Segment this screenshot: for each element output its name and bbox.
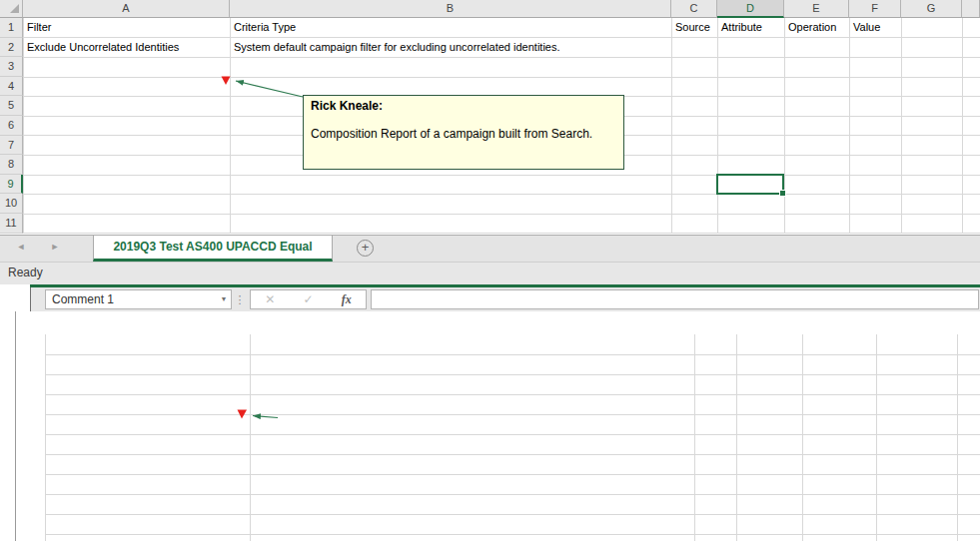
column-header-c[interactable]: C bbox=[671, 0, 717, 18]
name-box-input[interactable]: Comment 1 bbox=[45, 289, 232, 309]
new-sheet-button[interactable]: + bbox=[357, 240, 374, 257]
select-all-triangle-icon bbox=[10, 4, 19, 13]
cell-c1[interactable]: Source bbox=[671, 18, 717, 38]
row-header-8[interactable]: 8 bbox=[0, 155, 23, 175]
top-worksheet-grid-area[interactable]: A B C D E F G 1 2 3 4 5 6 7 8 9 10 11 Fi… bbox=[0, 0, 980, 234]
enter-icon[interactable]: ✓ bbox=[289, 290, 327, 308]
status-bar: Ready bbox=[0, 262, 980, 284]
tab-scroll-right-button[interactable]: ► bbox=[48, 242, 62, 252]
column-header-b[interactable]: B bbox=[230, 0, 671, 18]
row-header-3[interactable]: 3 bbox=[0, 57, 23, 77]
column-header-partial[interactable] bbox=[962, 0, 980, 18]
comment-author: Rick Kneale: bbox=[311, 99, 616, 114]
sheet-tab-strip: ◄ ► 2019Q3 Test AS400 UPACCD Equal + bbox=[0, 235, 980, 262]
row-header-7[interactable]: 7 bbox=[0, 136, 23, 156]
row-header-1[interactable]: 1 bbox=[0, 18, 23, 38]
cell-f1[interactable]: Value bbox=[849, 18, 901, 38]
row-header-2[interactable]: 2 bbox=[0, 38, 23, 58]
row-header-6[interactable]: 6 bbox=[0, 116, 23, 136]
bottom-worksheet-grid-area[interactable]: A B C D E F 1 2 3 4 5 6 7 8 9 10 11 Filt… bbox=[15, 311, 980, 541]
comment-box-top[interactable]: Rick Kneale: Composition Report of a cam… bbox=[303, 95, 624, 170]
row-header-4[interactable]: 4 bbox=[0, 77, 23, 97]
formula-bar-separator: ⋮ bbox=[234, 289, 246, 309]
sheet-tab-active[interactable]: 2019Q3 Test AS400 UPACCD Equal bbox=[93, 236, 333, 262]
window-left-edge bbox=[15, 311, 16, 541]
tab-scroll-left-button[interactable]: ◄ bbox=[14, 242, 28, 252]
cell-d1[interactable]: Attribute bbox=[717, 18, 784, 38]
column-header-f[interactable]: F bbox=[849, 0, 901, 18]
row-header-9-selected[interactable]: 9 bbox=[0, 175, 23, 195]
column-header-d-selected[interactable]: D bbox=[717, 0, 784, 18]
select-all-corner[interactable] bbox=[0, 0, 23, 18]
column-header-a[interactable]: A bbox=[23, 0, 230, 18]
formula-bar-input[interactable] bbox=[371, 289, 979, 309]
cell-b2[interactable]: System default campaign filter for exclu… bbox=[230, 38, 671, 58]
insert-function-icon[interactable]: fx bbox=[328, 290, 366, 308]
cancel-icon[interactable]: ✕ bbox=[251, 290, 289, 308]
column-header-g[interactable]: G bbox=[901, 0, 962, 18]
comment-body: Composition Report of a campaign built f… bbox=[311, 127, 616, 142]
row-header-11[interactable]: 11 bbox=[0, 214, 23, 234]
cell-e1[interactable]: Operation bbox=[784, 18, 849, 38]
cell-a2[interactable]: Exclude Uncorrelated Identities bbox=[23, 38, 230, 58]
formula-bar-buttons: ✕ ✓ fx bbox=[250, 289, 367, 309]
status-ready-label: Ready bbox=[8, 266, 43, 279]
row-header-10[interactable]: 10 bbox=[0, 194, 23, 214]
cell-a1[interactable]: Filter bbox=[23, 18, 230, 38]
namebox-dropdown-icon[interactable]: ▼ bbox=[216, 289, 232, 309]
row-header-5[interactable]: 5 bbox=[0, 96, 23, 116]
column-header-e[interactable]: E bbox=[784, 0, 849, 18]
active-cell-selection-d9[interactable] bbox=[716, 174, 784, 195]
cell-b1[interactable]: Criteria Type bbox=[230, 18, 671, 38]
screenshot-root: A B C D E F G 1 2 3 4 5 6 7 8 9 10 11 Fi… bbox=[0, 0, 980, 541]
